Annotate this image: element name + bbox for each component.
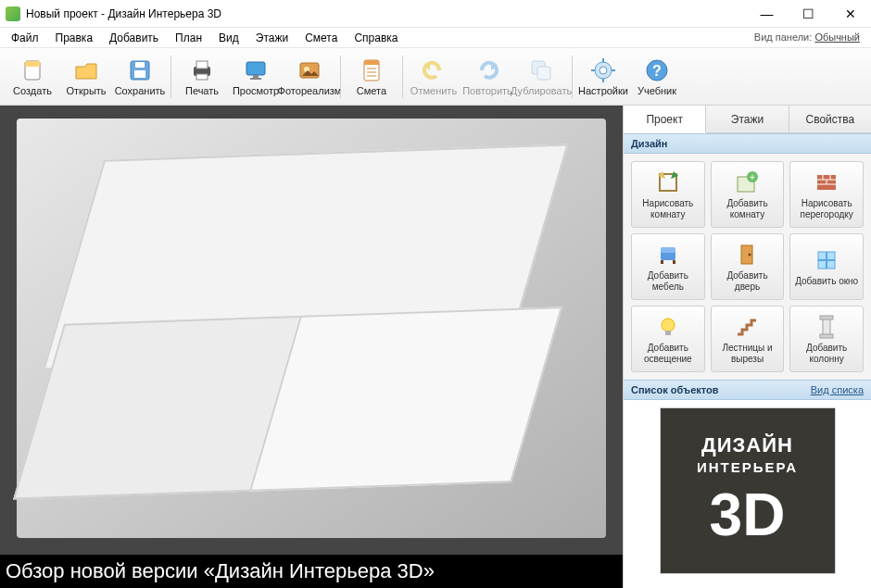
menu-item-7[interactable]: Справка <box>347 30 405 46</box>
main-area: Обзор новой версии «Дизайн Интерьера 3D»… <box>0 106 871 588</box>
svg-rect-10 <box>250 78 261 80</box>
object-list-title: Список объектов <box>631 384 718 395</box>
toolbar-separator <box>340 56 341 98</box>
printer-icon <box>189 57 215 83</box>
scene-placeholder <box>17 119 606 538</box>
object-list-header: Список объектов Вид списка <box>624 380 871 400</box>
toolbar-button-photorealism[interactable]: Фотореализм <box>283 50 336 104</box>
toolbar-button-settings[interactable]: Настройки <box>576 50 630 104</box>
design-button-label: Добавить колонну <box>794 343 859 364</box>
toolbar-label: Смета <box>357 85 386 96</box>
menu-item-5[interactable]: Этажи <box>248 30 296 46</box>
svg-rect-19 <box>537 67 550 80</box>
undo-icon <box>421 57 447 83</box>
right-tab-2[interactable]: Свойства <box>789 106 871 132</box>
svg-rect-40 <box>661 260 663 264</box>
svg-rect-49 <box>823 318 830 336</box>
design-button-add-furniture[interactable]: Добавить мебель <box>631 233 705 300</box>
toolbar-label: Открыть <box>66 85 106 96</box>
estimate-icon <box>359 57 385 83</box>
design-button-add-column[interactable]: Добавить колонну <box>789 306 864 372</box>
toolbar-button-help[interactable]: ?Учебник <box>630 50 684 104</box>
redo-icon <box>474 57 500 83</box>
panel-type-label: Вид панели: Обычный <box>754 31 860 43</box>
toolbar: СоздатьОткрытьСохранитьПечатьПросмотрФот… <box>0 48 871 106</box>
toolbar-label: Печать <box>185 85 219 96</box>
svg-rect-6 <box>196 61 208 69</box>
toolbar-separator <box>170 56 171 98</box>
svg-point-21 <box>600 67 607 74</box>
titlebar: Новый проект - Дизайн Интерьера 3D — ☐ ✕ <box>0 0 871 28</box>
right-tab-0[interactable]: Проект <box>624 106 706 133</box>
svg-rect-9 <box>253 75 259 78</box>
add-furniture-icon <box>655 242 681 268</box>
add-window-icon <box>814 247 839 273</box>
menu-item-0[interactable]: Файл <box>4 30 46 46</box>
design-button-stairs[interactable]: Лестницы и вырезы <box>711 306 785 372</box>
app-icon <box>6 6 20 21</box>
toolbar-label: Фотореализм <box>278 85 342 96</box>
file-new-icon <box>19 57 45 83</box>
svg-text:+: + <box>751 172 756 182</box>
viewport-3d[interactable]: Обзор новой версии «Дизайн Интерьера 3D» <box>0 106 623 588</box>
svg-point-43 <box>749 254 751 256</box>
window-controls: — ☐ ✕ <box>746 0 871 27</box>
toolbar-button-printer[interactable]: Печать <box>175 50 229 104</box>
menu-item-2[interactable]: Добавить <box>102 30 166 46</box>
svg-rect-50 <box>820 316 833 319</box>
toolbar-button-save[interactable]: Сохранить <box>113 50 167 104</box>
svg-text:?: ? <box>652 63 662 79</box>
toolbar-button-folder-open[interactable]: Открыть <box>59 50 113 104</box>
toolbar-label: Создать <box>13 85 52 96</box>
settings-icon <box>590 57 616 83</box>
panel-type-value[interactable]: Обычный <box>814 31 860 43</box>
design-button-label: Нарисовать комнату <box>636 198 701 219</box>
menu-item-1[interactable]: Правка <box>48 30 101 46</box>
maximize-button[interactable]: ☐ <box>788 0 829 27</box>
design-button-draw-wall[interactable]: Нарисовать перегородку <box>789 161 864 228</box>
design-button-label: Добавить комнату <box>715 198 780 219</box>
panel-type-caption: Вид панели: <box>754 31 812 43</box>
svg-rect-3 <box>134 70 145 78</box>
design-button-label: Добавить дверь <box>715 270 780 292</box>
design-button-add-lighting[interactable]: Добавить освещение <box>631 306 705 372</box>
svg-rect-48 <box>665 331 671 335</box>
design-button-label: Добавить мебель <box>636 270 701 292</box>
minimize-button[interactable]: — <box>746 0 788 27</box>
design-button-add-door[interactable]: Добавить дверь <box>711 233 785 300</box>
design-button-add-room[interactable]: +Добавить комнату <box>711 161 785 228</box>
toolbar-button-undo: Отменить <box>407 50 461 104</box>
stairs-icon <box>734 314 760 340</box>
promo-line-1: ДИЗАЙН <box>701 433 793 457</box>
menu-item-3[interactable]: План <box>168 30 209 46</box>
svg-rect-14 <box>364 60 379 65</box>
menu-item-6[interactable]: Смета <box>297 30 345 46</box>
design-section-title: Дизайн <box>631 138 667 149</box>
add-column-icon <box>814 314 839 340</box>
design-grid: Нарисовать комнату+Добавить комнатуНарис… <box>624 154 871 380</box>
toolbar-button-redo: Повторить <box>461 50 514 104</box>
toolbar-button-estimate[interactable]: Смета <box>345 50 398 104</box>
design-button-label: Добавить окно <box>795 276 858 287</box>
toolbar-label: Отменить <box>410 85 457 96</box>
design-button-label: Добавить освещение <box>636 343 701 364</box>
promo-line-2: ИНТЕРЬЕРА <box>697 459 798 475</box>
toolbar-label: Дублировать <box>511 85 572 96</box>
design-button-add-window[interactable]: Добавить окно <box>789 233 864 300</box>
toolbar-label: Просмотр <box>233 85 279 96</box>
right-tab-1[interactable]: Этажи <box>706 106 789 132</box>
toolbar-label: Учебник <box>637 85 676 96</box>
toolbar-button-file-new[interactable]: Создать <box>6 50 59 104</box>
duplicate-icon <box>528 57 554 83</box>
design-button-draw-room[interactable]: Нарисовать комнату <box>631 161 705 228</box>
menu-item-4[interactable]: Вид <box>211 30 246 46</box>
object-list-view-link[interactable]: Вид списка <box>811 384 864 395</box>
draw-wall-icon <box>814 169 839 195</box>
toolbar-button-monitor[interactable]: Просмотр <box>229 50 283 104</box>
monitor-icon <box>243 57 269 83</box>
save-icon <box>127 57 153 83</box>
svg-rect-41 <box>673 260 675 264</box>
close-button[interactable]: ✕ <box>829 0 871 27</box>
help-icon: ? <box>644 57 670 83</box>
toolbar-label: Настройки <box>578 85 628 96</box>
